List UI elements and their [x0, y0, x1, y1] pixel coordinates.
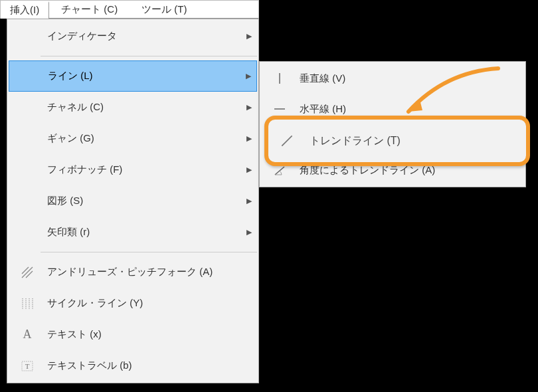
- vertical-line-icon: [266, 71, 293, 86]
- menubar: 挿入(I) チャート (C) ツール (T): [0, 0, 259, 19]
- horizontal-line-icon: [266, 102, 293, 116]
- menu-item-label: 図形 (S): [41, 195, 246, 207]
- menu-item-label: アンドリューズ・ピッチフォーク (A): [41, 266, 252, 278]
- tab-insert[interactable]: 挿入(I): [1, 1, 49, 19]
- chevron-right-icon: ▶: [246, 165, 252, 174]
- menu-item-label: テキスト (x): [41, 328, 252, 341]
- angle-trend-line-icon: [266, 163, 293, 177]
- menu-item-label: テキストラベル (b): [41, 359, 252, 372]
- menu-item-gann[interactable]: ギャン (G) ▶: [9, 123, 257, 154]
- text-label-icon: T: [14, 359, 41, 373]
- submenu-item-label: 角度によるトレンドライン (A): [293, 164, 519, 177]
- menu-item-label: ライン (L): [41, 70, 246, 82]
- cycle-lines-icon: [14, 296, 41, 311]
- menu-item-label: チャネル (C): [41, 101, 246, 114]
- menu-item-label: サイクル・ライン (Y): [41, 297, 252, 310]
- submenu-item-vertical[interactable]: 垂直線 (V): [261, 63, 524, 94]
- svg-line-1: [22, 267, 29, 274]
- svg-text:T: T: [25, 362, 30, 370]
- chevron-right-icon: ▶: [246, 228, 252, 237]
- menu-item-label: インディケータ: [41, 30, 246, 43]
- separator: [41, 56, 257, 56]
- chevron-right-icon: ▶: [246, 134, 252, 143]
- tab-tool[interactable]: ツール (T): [130, 1, 199, 18]
- chevron-right-icon: ▶: [246, 72, 251, 80]
- chevron-right-icon: ▶: [246, 197, 252, 205]
- insert-menu: インディケータ ▶ ライン (L) ▶ チャネル (C) ▶ ギャン (G) ▶…: [7, 19, 259, 383]
- submenu-item-label: 水平線 (H): [293, 103, 519, 116]
- menu-item-label: フィボナッチ (F): [41, 163, 246, 176]
- submenu-item-angle-trendline[interactable]: 角度によるトレンドライン (A): [261, 155, 524, 185]
- tab-label: ツール (T): [141, 3, 187, 16]
- svg-line-2: [26, 271, 33, 278]
- menu-item-channel[interactable]: チャネル (C) ▶: [9, 92, 257, 123]
- menu-item-shapes[interactable]: 図形 (S) ▶: [9, 185, 257, 217]
- menu-item-text[interactable]: A テキスト (x): [9, 319, 257, 350]
- submenu-item-label: 垂直線 (V): [293, 72, 519, 85]
- menu-item-label: 矢印類 (r): [41, 226, 246, 239]
- menu-item-indicator[interactable]: インディケータ ▶: [9, 21, 257, 52]
- chevron-right-icon: ▶: [246, 32, 252, 41]
- menu-item-text-label[interactable]: T テキストラベル (b): [9, 350, 257, 381]
- menu-item-line[interactable]: ライン (L) ▶: [9, 60, 257, 92]
- separator: [41, 252, 257, 252]
- text-icon: A: [14, 328, 41, 342]
- menu-item-label: ギャン (G): [41, 132, 246, 145]
- line-submenu: 垂直線 (V) 水平線 (H) トレンドライン (T) 角度によるトレンドライン…: [259, 61, 526, 187]
- menu-item-arrows[interactable]: 矢印類 (r) ▶: [9, 217, 257, 248]
- chevron-right-icon: ▶: [246, 103, 252, 112]
- tab-label: 挿入(I): [10, 4, 39, 17]
- pitchfork-icon: [14, 265, 41, 280]
- menu-item-fibonacci[interactable]: フィボナッチ (F) ▶: [9, 154, 257, 185]
- menu-item-pitchfork[interactable]: アンドリューズ・ピッチフォーク (A): [9, 256, 257, 288]
- submenu-item-horizontal[interactable]: 水平線 (H): [261, 94, 524, 124]
- tab-chart[interactable]: チャート (C): [49, 1, 130, 18]
- tab-label: チャート (C): [61, 3, 118, 16]
- menu-item-cycle[interactable]: サイクル・ライン (Y): [9, 288, 257, 319]
